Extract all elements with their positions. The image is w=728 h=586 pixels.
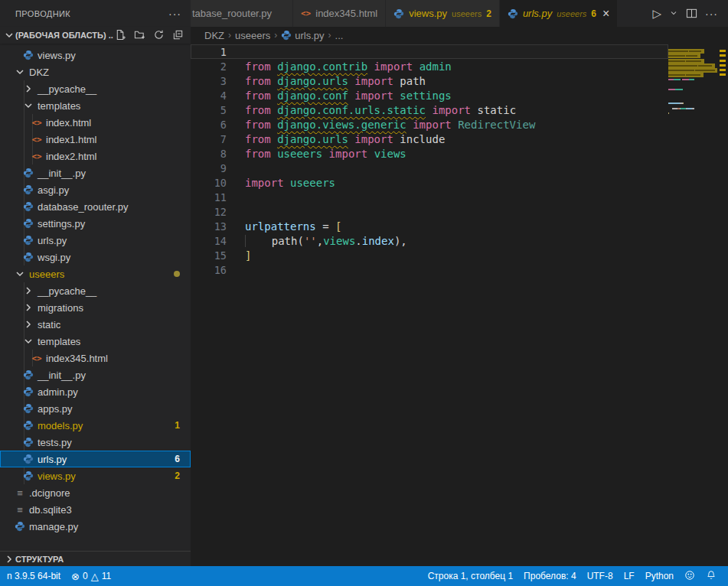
tab-label: urls.py xyxy=(523,8,552,19)
tree-item-index2-html[interactable]: <>index2.html xyxy=(0,148,191,164)
minimap-token xyxy=(686,55,693,57)
editor-line-9[interactable]: 9 xyxy=(191,161,668,175)
editor-line-2[interactable]: 2from django.contrib import admin xyxy=(191,59,668,73)
tab-problems-badge: 2 xyxy=(486,8,491,19)
tree-item-models-py[interactable]: models.py1 xyxy=(0,417,191,434)
editor-line-4[interactable]: 4from django.conf import settings xyxy=(191,88,668,103)
editor-line-1[interactable]: 1 xyxy=(191,44,668,59)
run-dropdown[interactable] xyxy=(667,5,681,23)
breadcrumb-item-urls-py[interactable]: urls.py xyxy=(281,30,324,41)
editor-line-5[interactable]: 5from django.conf.urls.static import sta… xyxy=(191,103,668,117)
editor-line-10[interactable]: 10import useeers xyxy=(191,175,668,190)
tree-item-init-py[interactable]: __init__.py xyxy=(0,164,191,181)
tree-item-manage-py[interactable]: manage.py xyxy=(0,518,191,535)
status-cursor-position[interactable]: Строка 1, столбец 1 xyxy=(423,566,518,586)
status-notifications[interactable] xyxy=(700,566,722,586)
line-number: 13 xyxy=(191,220,227,233)
feedback-icon xyxy=(684,570,695,583)
minimap[interactable] xyxy=(668,44,717,566)
editor-line-8[interactable]: 8from useeers import views xyxy=(191,146,668,161)
status-encoding[interactable]: UTF-8 xyxy=(582,566,619,586)
status-language-mode[interactable]: Python xyxy=(640,566,679,586)
status-feedback[interactable] xyxy=(679,566,700,586)
tree-item-pycache[interactable]: __pycache__ xyxy=(0,80,191,97)
tree-item-index1-html[interactable]: <>index1.html xyxy=(0,131,191,148)
tree-item-migrations[interactable]: migrations xyxy=(0,299,191,316)
tree-item-pycache[interactable]: __pycache__ xyxy=(0,282,191,299)
editor-line-3[interactable]: 3from django.urls import path xyxy=(191,73,668,88)
tree-item-asgi-py[interactable]: asgi.py xyxy=(0,181,191,198)
tab-directory-hint: useeers xyxy=(557,9,586,18)
new-folder-button[interactable] xyxy=(132,28,146,42)
collapse-folders-button[interactable] xyxy=(171,28,184,42)
tree-item-views-py[interactable]: views.py2 xyxy=(0,467,191,484)
minimap-token xyxy=(674,74,685,76)
refresh-explorer-button[interactable] xyxy=(152,28,165,42)
status-eol-sequence[interactable]: LF xyxy=(619,566,640,586)
problems-count-badge: 2 xyxy=(175,470,180,481)
new-file-button[interactable] xyxy=(113,28,127,42)
tree-item-wsgi-py[interactable]: wsgi.py xyxy=(0,249,191,265)
tree-item-dkz[interactable]: DKZ xyxy=(0,63,191,80)
line-number: 4 xyxy=(191,90,227,102)
editor-line-13[interactable]: 13urlpatterns = [ xyxy=(191,219,668,233)
tree-item-index345-html[interactable]: <>index345.html xyxy=(0,350,191,366)
breadcrumb-item-dkz[interactable]: DKZ xyxy=(204,30,224,41)
file-icon: ≡ xyxy=(14,487,26,499)
minimap-token xyxy=(668,89,675,90)
tree-item-static[interactable]: static xyxy=(0,316,191,333)
editor-line-14[interactable]: 14 path('',views.index), xyxy=(191,233,668,248)
tree-item-urls-py[interactable]: urls.py6 xyxy=(0,451,191,467)
tab-views-py[interactable]: views.pyuseeers2 xyxy=(386,0,500,27)
close-icon[interactable]: × xyxy=(602,7,609,21)
tab-label: tabase_roouter.py xyxy=(192,8,272,19)
breadcrumb-item-[interactable]: ... xyxy=(335,30,344,41)
minimap-line xyxy=(668,73,717,77)
tab-urls-py[interactable]: urls.pyuseeers6× xyxy=(500,0,618,27)
tree-item-tests-py[interactable]: tests.py xyxy=(0,434,191,451)
chevron-right-icon xyxy=(3,553,15,565)
tree-item-init-py[interactable]: __init__.py xyxy=(0,366,191,383)
tree-item-templates[interactable]: templates xyxy=(0,97,191,114)
tree-item-urls-py[interactable]: urls.py xyxy=(0,232,191,249)
explorer-header: ПРОВОДНИК ··· xyxy=(0,0,191,27)
editor-line-16[interactable]: 16 xyxy=(191,262,668,277)
line-number: 7 xyxy=(191,133,227,145)
editor-line-11[interactable]: 11 xyxy=(191,190,668,204)
explorer-sidebar: ПРОВОДНИК ··· (РАБОЧАЯ ОБЛАСТЬ) ... view… xyxy=(0,0,191,566)
outline-section-header[interactable]: СТРУКТУРА xyxy=(0,551,191,566)
status-problems[interactable]: ⊗0△11 xyxy=(66,566,116,586)
chevron-down-icon xyxy=(14,268,26,280)
tree-item-useeers[interactable]: useeers xyxy=(0,265,191,282)
status-text: Пробелов: 4 xyxy=(524,571,576,581)
editor-line-12[interactable]: 12 xyxy=(191,204,668,219)
status-python-version[interactable]: n 3.9.5 64-bit xyxy=(2,566,66,586)
line-content: from django.views.generic import Redirec… xyxy=(227,119,535,131)
minimap-token xyxy=(668,70,674,71)
tab-tabase-roouter-py[interactable]: tabase_roouter.py xyxy=(191,0,293,27)
more-actions-button[interactable]: ··· xyxy=(703,5,720,23)
file-tree: views.pyDKZ__pycache__templates<>index.h… xyxy=(0,47,191,535)
split-editor-button[interactable] xyxy=(684,5,700,23)
tab-index345-html[interactable]: <>index345.html xyxy=(293,0,386,27)
minimap-token xyxy=(668,103,680,104)
tree-item-db-sqlite3[interactable]: ≡db.sqlite3 xyxy=(0,501,191,518)
tree-item-database-roouter-py[interactable]: database_roouter.py xyxy=(0,198,191,215)
tree-item-apps-py[interactable]: apps.py xyxy=(0,400,191,417)
editor-line-7[interactable]: 7from django.urls import include xyxy=(191,132,668,146)
code-editor[interactable]: 12from django.contrib import admin3from … xyxy=(191,44,728,566)
tree-item-index-html[interactable]: <>index.html xyxy=(0,114,191,131)
explorer-more-actions-button[interactable]: ··· xyxy=(168,8,181,20)
editor-line-15[interactable]: 15] xyxy=(191,248,668,262)
status-indentation[interactable]: Пробелов: 4 xyxy=(518,566,582,586)
tree-item-admin-py[interactable]: admin.py xyxy=(0,383,191,400)
tree-item-settings-py[interactable]: settings.py xyxy=(0,215,191,232)
breadcrumb-item-useeers[interactable]: useeers xyxy=(235,30,270,41)
editor-line-6[interactable]: 6from django.views.generic import Redire… xyxy=(191,117,668,132)
line-content: path('',views.index), xyxy=(227,235,407,247)
tree-item-templates[interactable]: templates xyxy=(0,333,191,350)
workspace-section-header[interactable]: (РАБОЧАЯ ОБЛАСТЬ) ... xyxy=(0,27,191,44)
tree-item-views-py[interactable]: views.py xyxy=(0,47,191,63)
run-button[interactable]: ▷ xyxy=(650,5,664,23)
tree-item-dcignore[interactable]: ≡.dcignore xyxy=(0,484,191,501)
